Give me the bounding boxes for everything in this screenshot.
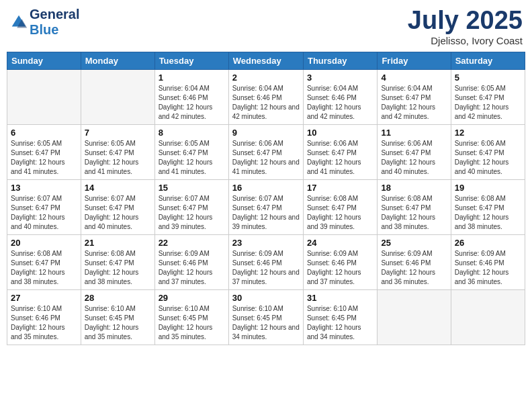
day-number: 23 (232, 238, 300, 248)
col-saturday: Saturday (451, 52, 525, 69)
day-number: 4 (381, 73, 447, 83)
day-number: 16 (232, 183, 300, 193)
day-info: Sunrise: 6:05 AM Sunset: 6:47 PM Dayligh… (11, 139, 77, 177)
col-thursday: Thursday (303, 52, 377, 69)
day-number: 3 (307, 73, 373, 83)
calendar-cell: 19Sunrise: 6:08 AM Sunset: 6:47 PM Dayli… (451, 179, 525, 234)
col-wednesday: Wednesday (228, 52, 303, 69)
day-info: Sunrise: 6:07 AM Sunset: 6:47 PM Dayligh… (11, 194, 77, 232)
calendar-cell: 1Sunrise: 6:04 AM Sunset: 6:46 PM Daylig… (154, 69, 228, 124)
calendar-week-3: 13Sunrise: 6:07 AM Sunset: 6:47 PM Dayli… (7, 179, 525, 234)
calendar-cell: 15Sunrise: 6:07 AM Sunset: 6:47 PM Dayli… (154, 179, 228, 234)
day-number: 8 (159, 128, 225, 138)
calendar-header-row: Sunday Monday Tuesday Wednesday Thursday… (7, 52, 525, 69)
calendar-cell: 30Sunrise: 6:10 AM Sunset: 6:45 PM Dayli… (228, 289, 303, 345)
title-block: July 2025 Djelisso, Ivory Coast (408, 7, 523, 46)
calendar-cell: 6Sunrise: 6:05 AM Sunset: 6:47 PM Daylig… (7, 124, 81, 179)
day-info: Sunrise: 6:10 AM Sunset: 6:45 PM Dayligh… (85, 304, 151, 342)
day-info: Sunrise: 6:10 AM Sunset: 6:46 PM Dayligh… (11, 304, 77, 342)
calendar-cell: 24Sunrise: 6:09 AM Sunset: 6:46 PM Dayli… (303, 234, 377, 289)
calendar-cell: 10Sunrise: 6:06 AM Sunset: 6:47 PM Dayli… (303, 124, 377, 179)
col-friday: Friday (378, 52, 451, 69)
day-number: 20 (11, 238, 77, 248)
day-number: 22 (159, 238, 225, 248)
day-number: 17 (307, 183, 373, 193)
day-number: 1 (159, 73, 225, 83)
day-number: 19 (455, 183, 521, 193)
day-info: Sunrise: 6:05 AM Sunset: 6:47 PM Dayligh… (85, 139, 151, 177)
day-info: Sunrise: 6:10 AM Sunset: 6:45 PM Dayligh… (307, 304, 373, 342)
calendar-week-1: 1Sunrise: 6:04 AM Sunset: 6:46 PM Daylig… (7, 69, 525, 124)
calendar-cell (7, 69, 81, 124)
col-monday: Monday (81, 52, 154, 69)
day-number: 27 (11, 293, 77, 303)
calendar-cell: 23Sunrise: 6:09 AM Sunset: 6:46 PM Dayli… (228, 234, 303, 289)
calendar-cell: 11Sunrise: 6:06 AM Sunset: 6:47 PM Dayli… (378, 124, 451, 179)
logo: General Blue (9, 7, 79, 38)
day-info: Sunrise: 6:07 AM Sunset: 6:47 PM Dayligh… (159, 194, 225, 232)
day-info: Sunrise: 6:05 AM Sunset: 6:47 PM Dayligh… (159, 139, 225, 177)
calendar-cell: 8Sunrise: 6:05 AM Sunset: 6:47 PM Daylig… (154, 124, 228, 179)
calendar-cell: 31Sunrise: 6:10 AM Sunset: 6:45 PM Dayli… (303, 289, 377, 345)
calendar-cell: 2Sunrise: 6:04 AM Sunset: 6:46 PM Daylig… (228, 69, 303, 124)
day-info: Sunrise: 6:10 AM Sunset: 6:45 PM Dayligh… (159, 304, 225, 342)
day-info: Sunrise: 6:04 AM Sunset: 6:47 PM Dayligh… (381, 84, 447, 122)
calendar-cell: 3Sunrise: 6:04 AM Sunset: 6:46 PM Daylig… (303, 69, 377, 124)
calendar-cell: 16Sunrise: 6:07 AM Sunset: 6:47 PM Dayli… (228, 179, 303, 234)
location-subtitle: Djelisso, Ivory Coast (408, 35, 523, 46)
calendar-cell (378, 289, 451, 345)
day-info: Sunrise: 6:06 AM Sunset: 6:47 PM Dayligh… (307, 139, 373, 177)
calendar-cell (451, 289, 525, 345)
day-number: 30 (232, 293, 300, 303)
logo-line1: General (30, 7, 79, 22)
day-info: Sunrise: 6:08 AM Sunset: 6:47 PM Dayligh… (307, 194, 373, 232)
calendar-cell: 18Sunrise: 6:08 AM Sunset: 6:47 PM Dayli… (378, 179, 451, 234)
day-number: 2 (232, 73, 300, 83)
day-info: Sunrise: 6:04 AM Sunset: 6:46 PM Dayligh… (307, 84, 373, 122)
calendar-week-2: 6Sunrise: 6:05 AM Sunset: 6:47 PM Daylig… (7, 124, 525, 179)
day-number: 31 (307, 293, 373, 303)
calendar-cell: 28Sunrise: 6:10 AM Sunset: 6:45 PM Dayli… (81, 289, 154, 345)
col-tuesday: Tuesday (154, 52, 228, 69)
logo-line2: Blue (30, 22, 79, 38)
day-number: 21 (85, 238, 151, 248)
day-info: Sunrise: 6:08 AM Sunset: 6:47 PM Dayligh… (85, 249, 151, 287)
day-number: 24 (307, 238, 373, 248)
day-info: Sunrise: 6:06 AM Sunset: 6:47 PM Dayligh… (455, 139, 521, 177)
day-number: 25 (381, 238, 447, 248)
calendar-table: Sunday Monday Tuesday Wednesday Thursday… (7, 52, 525, 345)
calendar-cell (81, 69, 154, 124)
day-info: Sunrise: 6:09 AM Sunset: 6:46 PM Dayligh… (455, 249, 521, 287)
day-number: 12 (455, 128, 521, 138)
calendar-cell: 26Sunrise: 6:09 AM Sunset: 6:46 PM Dayli… (451, 234, 525, 289)
day-number: 28 (85, 293, 151, 303)
calendar-cell: 29Sunrise: 6:10 AM Sunset: 6:45 PM Dayli… (154, 289, 228, 345)
page-header: General Blue July 2025 Djelisso, Ivory C… (7, 7, 525, 46)
day-number: 14 (85, 183, 151, 193)
calendar-week-5: 27Sunrise: 6:10 AM Sunset: 6:46 PM Dayli… (7, 289, 525, 345)
calendar-cell: 21Sunrise: 6:08 AM Sunset: 6:47 PM Dayli… (81, 234, 154, 289)
calendar-cell: 27Sunrise: 6:10 AM Sunset: 6:46 PM Dayli… (7, 289, 81, 345)
calendar-cell: 22Sunrise: 6:09 AM Sunset: 6:46 PM Dayli… (154, 234, 228, 289)
calendar-cell: 4Sunrise: 6:04 AM Sunset: 6:47 PM Daylig… (378, 69, 451, 124)
day-info: Sunrise: 6:04 AM Sunset: 6:46 PM Dayligh… (159, 84, 225, 122)
day-number: 11 (381, 128, 447, 138)
month-title: July 2025 (408, 7, 523, 35)
calendar-cell: 20Sunrise: 6:08 AM Sunset: 6:47 PM Dayli… (7, 234, 81, 289)
day-info: Sunrise: 6:06 AM Sunset: 6:47 PM Dayligh… (381, 139, 447, 177)
day-number: 18 (381, 183, 447, 193)
day-number: 26 (455, 238, 521, 248)
day-number: 10 (307, 128, 373, 138)
calendar-cell: 25Sunrise: 6:09 AM Sunset: 6:46 PM Dayli… (378, 234, 451, 289)
calendar-cell: 9Sunrise: 6:06 AM Sunset: 6:47 PM Daylig… (228, 124, 303, 179)
calendar-cell: 14Sunrise: 6:07 AM Sunset: 6:47 PM Dayli… (81, 179, 154, 234)
day-info: Sunrise: 6:09 AM Sunset: 6:46 PM Dayligh… (232, 249, 300, 287)
day-number: 29 (159, 293, 225, 303)
day-info: Sunrise: 6:09 AM Sunset: 6:46 PM Dayligh… (159, 249, 225, 287)
day-number: 13 (11, 183, 77, 193)
day-info: Sunrise: 6:10 AM Sunset: 6:45 PM Dayligh… (232, 304, 300, 342)
day-info: Sunrise: 6:09 AM Sunset: 6:46 PM Dayligh… (381, 249, 447, 287)
calendar-cell: 12Sunrise: 6:06 AM Sunset: 6:47 PM Dayli… (451, 124, 525, 179)
day-info: Sunrise: 6:07 AM Sunset: 6:47 PM Dayligh… (85, 194, 151, 232)
day-info: Sunrise: 6:05 AM Sunset: 6:47 PM Dayligh… (455, 84, 521, 122)
